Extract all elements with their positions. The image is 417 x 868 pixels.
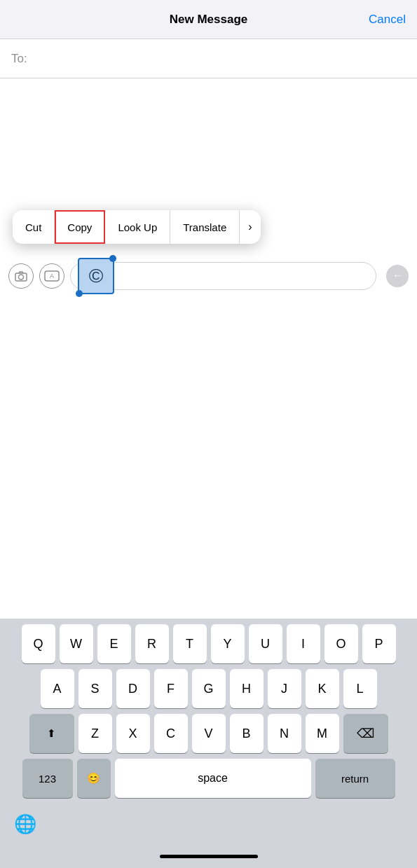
keyboard-row-4: 123 😊 space return — [0, 759, 417, 798]
return-key[interactable]: return — [315, 759, 395, 798]
keyboard-row-1: Q W E R T Y U I O P — [0, 624, 417, 663]
input-area: A © ↑ — [0, 252, 417, 300]
key-z[interactable]: Z — [78, 714, 112, 753]
key-q[interactable]: Q — [22, 624, 55, 663]
key-w[interactable]: W — [60, 624, 93, 663]
copyright-symbol: © — [78, 258, 114, 294]
keyboard: Q W E R T Y U I O P A S D F G H J K L ⬆ … — [0, 619, 417, 868]
key-e[interactable]: E — [97, 624, 131, 663]
message-body[interactable]: Cut Copy Look Up Translate › A © — [0, 78, 417, 303]
key-u[interactable]: U — [249, 624, 282, 663]
numbers-key[interactable]: 123 — [22, 759, 73, 798]
keyboard-toolbar: 🌐 — [0, 804, 417, 844]
emoji-key[interactable]: 😊 — [77, 759, 111, 798]
cancel-button[interactable]: Cancel — [369, 13, 406, 27]
key-t[interactable]: T — [173, 624, 207, 663]
key-d[interactable]: D — [116, 669, 150, 708]
key-g[interactable]: G — [192, 669, 226, 708]
selection-handle-top — [109, 255, 116, 262]
copy-menu-item[interactable]: Copy — [55, 210, 105, 244]
backspace-key[interactable]: ⌫ — [343, 714, 388, 753]
to-field[interactable]: To: — [0, 39, 417, 78]
key-s[interactable]: S — [78, 669, 112, 708]
key-h[interactable]: H — [230, 669, 264, 708]
to-label: To: — [11, 52, 27, 66]
globe-button[interactable]: 🌐 — [14, 813, 36, 835]
appstore-button[interactable]: A — [39, 263, 64, 289]
key-o[interactable]: O — [324, 624, 358, 663]
key-y[interactable]: Y — [211, 624, 245, 663]
svg-point-1 — [19, 275, 24, 280]
camera-button[interactable] — [8, 263, 34, 289]
look-up-menu-item[interactable]: Look Up — [105, 210, 170, 244]
send-arrow-icon: ↑ — [391, 273, 404, 279]
selection-handle-bottom — [76, 290, 83, 297]
selected-text: © — [78, 258, 114, 294]
key-a[interactable]: A — [41, 669, 74, 708]
key-p[interactable]: P — [362, 624, 396, 663]
key-b[interactable]: B — [230, 714, 264, 753]
svg-text:A: A — [50, 273, 54, 280]
keyboard-row-3: ⬆ Z X C V B N M ⌫ — [0, 714, 417, 753]
navigation-bar: New Message Cancel — [0, 0, 417, 39]
key-j[interactable]: J — [268, 669, 301, 708]
key-n[interactable]: N — [268, 714, 301, 753]
send-button[interactable]: ↑ — [386, 265, 409, 287]
context-menu-more-button[interactable]: › — [240, 210, 260, 244]
home-bar — [160, 855, 258, 858]
key-v[interactable]: V — [192, 714, 226, 753]
key-i[interactable]: I — [287, 624, 320, 663]
home-indicator — [0, 844, 417, 868]
cut-menu-item[interactable]: Cut — [13, 210, 55, 244]
key-x[interactable]: X — [116, 714, 150, 753]
key-l[interactable]: L — [343, 669, 377, 708]
key-r[interactable]: R — [135, 624, 169, 663]
key-c[interactable]: C — [154, 714, 188, 753]
page-title: New Message — [170, 13, 248, 27]
space-key[interactable]: space — [115, 759, 311, 798]
message-input[interactable]: © — [70, 262, 376, 290]
key-f[interactable]: F — [154, 669, 188, 708]
key-k[interactable]: K — [306, 669, 339, 708]
key-m[interactable]: M — [306, 714, 339, 753]
context-menu: Cut Copy Look Up Translate › — [13, 210, 261, 244]
keyboard-row-2: A S D F G H J K L — [0, 669, 417, 708]
shift-key[interactable]: ⬆ — [29, 714, 74, 753]
translate-menu-item[interactable]: Translate — [170, 210, 240, 244]
